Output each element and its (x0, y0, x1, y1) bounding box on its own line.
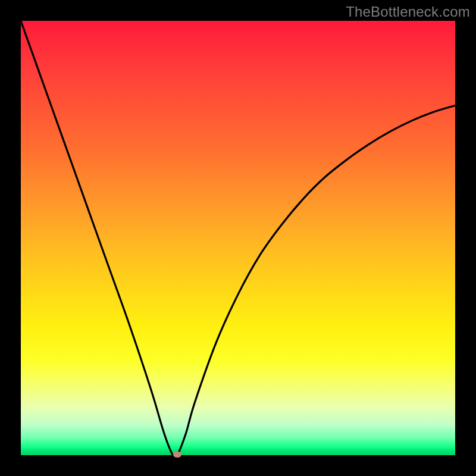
chart-frame: TheBottleneck.com (0, 0, 476, 476)
bottleneck-curve (21, 21, 455, 455)
plot-area (21, 21, 455, 455)
optimal-point-marker (173, 452, 181, 458)
watermark-text: TheBottleneck.com (346, 4, 470, 20)
